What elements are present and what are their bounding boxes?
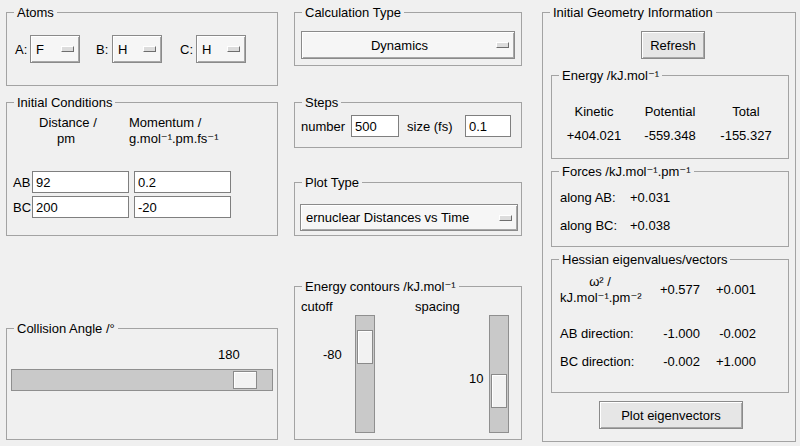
initial-conditions-title: Initial Conditions xyxy=(14,95,115,110)
energy-subgroup-title: Energy /kJ.mol⁻¹ xyxy=(559,68,662,83)
energy-value-total: -155.327 xyxy=(708,128,784,143)
plot-type-title: Plot Type xyxy=(302,175,362,190)
atom-c-dropdown[interactable]: H xyxy=(196,35,246,63)
geometry-info-group: Initial Geometry Information Refresh Ene… xyxy=(542,12,796,442)
bc-direction-label: BC direction: xyxy=(560,354,634,369)
calculation-type-value: Dynamics xyxy=(307,38,492,53)
forces-subgroup: Forces /kJ.mol⁻¹.pm⁻¹ along AB: +0.031 a… xyxy=(551,171,789,247)
collision-angle-value: 180 xyxy=(218,347,240,362)
forces-subgroup-title: Forces /kJ.mol⁻¹.pm⁻¹ xyxy=(559,164,694,179)
ab-direction-value-1: -1.000 xyxy=(648,326,700,341)
omega-value-1: +0.577 xyxy=(648,282,700,297)
energy-headers-row: Kinetic Potential Total xyxy=(556,104,784,119)
atom-a-label: A: xyxy=(15,42,27,57)
momentum-header-line1: Momentum / xyxy=(129,115,201,130)
steps-group: Steps number size (fs) xyxy=(294,102,522,148)
distance-header-line2: pm xyxy=(57,131,75,146)
atom-a-value: F xyxy=(36,42,57,57)
ab-direction-label: AB direction: xyxy=(560,326,634,341)
spacing-slider-thumb[interactable] xyxy=(491,374,507,408)
ab-direction-value-2: -0.002 xyxy=(704,326,756,341)
row-bc-label: BC xyxy=(13,200,31,215)
cutoff-slider[interactable] xyxy=(355,315,375,433)
force-bc-label: along BC: xyxy=(560,218,617,233)
calculation-type-group: Calculation Type Dynamics xyxy=(294,12,522,66)
energy-header-kinetic: Kinetic xyxy=(556,104,632,119)
atom-b-value: H xyxy=(118,42,139,57)
dropdown-indicator-icon xyxy=(227,46,240,52)
bc-direction-value-2: +1.000 xyxy=(704,354,756,369)
atom-c-value: H xyxy=(202,42,223,57)
atom-c-label: C: xyxy=(180,42,193,57)
omega-value-2: +0.001 xyxy=(704,282,756,297)
collision-angle-group: Collision Angle /° 180 xyxy=(6,328,278,440)
plot-type-group: Plot Type ernuclear Distances vs Time xyxy=(294,182,522,236)
bc-distance-input[interactable] xyxy=(32,196,129,218)
spacing-label: spacing xyxy=(415,299,460,314)
cutoff-slider-thumb[interactable] xyxy=(357,330,373,364)
plot-eigenvectors-button[interactable]: Plot eigenvectors xyxy=(599,401,743,429)
ab-distance-input[interactable] xyxy=(32,171,129,193)
bc-direction-value-1: -0.002 xyxy=(648,354,700,369)
atom-b-label: B: xyxy=(96,42,108,57)
energy-header-total: Total xyxy=(708,104,784,119)
distance-header-line1: Distance / xyxy=(39,115,97,130)
cutoff-label: cutoff xyxy=(301,299,333,314)
ab-momentum-input[interactable] xyxy=(134,171,231,193)
row-ab-label: AB xyxy=(13,175,30,190)
dropdown-indicator-icon xyxy=(143,46,156,52)
hessian-subgroup-title: Hessian eigenvalues/vectors xyxy=(559,252,730,267)
steps-number-label: number xyxy=(301,119,345,134)
atom-b-dropdown[interactable]: H xyxy=(112,35,162,63)
force-bc-value: +0.038 xyxy=(630,218,670,233)
initial-conditions-group: Initial Conditions Distance / pm Momentu… xyxy=(6,102,278,236)
steps-number-input[interactable] xyxy=(351,115,399,137)
collision-angle-slider-thumb[interactable] xyxy=(233,371,257,389)
energy-value-kinetic: +404.021 xyxy=(556,128,632,143)
cutoff-value: -80 xyxy=(323,347,342,362)
collision-angle-title: Collision Angle /° xyxy=(14,321,118,336)
geometry-info-title: Initial Geometry Information xyxy=(550,5,716,20)
bc-momentum-input[interactable] xyxy=(134,196,231,218)
force-ab-label: along AB: xyxy=(560,190,616,205)
momentum-header-line2: g.mol⁻¹.pm.fs⁻¹ xyxy=(129,131,219,146)
dropdown-indicator-icon xyxy=(499,215,512,221)
steps-size-input[interactable] xyxy=(465,115,511,137)
refresh-button[interactable]: Refresh xyxy=(641,31,705,59)
omega-label-line1: ω² / xyxy=(560,274,640,289)
calculation-type-title: Calculation Type xyxy=(302,5,404,20)
omega-label-line2: kJ.mol⁻¹.pm⁻² xyxy=(560,290,642,305)
dropdown-indicator-icon xyxy=(61,46,74,52)
atom-a-dropdown[interactable]: F xyxy=(30,35,80,63)
energy-contours-group: Energy contours /kJ.mol⁻¹ cutoff spacing… xyxy=(294,286,522,440)
atoms-group: Atoms A: F B: H C: H xyxy=(6,12,278,86)
plot-type-value: ernuclear Distances vs Time xyxy=(306,210,495,225)
hessian-subgroup: Hessian eigenvalues/vectors ω² / kJ.mol⁻… xyxy=(551,259,789,393)
atoms-group-title: Atoms xyxy=(14,5,57,20)
steps-size-label: size (fs) xyxy=(407,119,453,134)
force-ab-value: +0.031 xyxy=(630,190,670,205)
energy-values-row: +404.021 -559.348 -155.327 xyxy=(556,128,784,143)
calculation-type-dropdown[interactable]: Dynamics xyxy=(301,31,515,59)
energy-subgroup: Energy /kJ.mol⁻¹ Kinetic Potential Total… xyxy=(551,75,789,159)
energy-contours-title: Energy contours /kJ.mol⁻¹ xyxy=(302,279,459,294)
dropdown-indicator-icon xyxy=(496,42,509,48)
app-window: { "atoms": { "title": "Atoms", "a_label"… xyxy=(0,0,800,446)
collision-angle-slider[interactable] xyxy=(11,369,273,391)
steps-title: Steps xyxy=(302,95,341,110)
spacing-slider[interactable] xyxy=(489,315,509,433)
plot-type-dropdown[interactable]: ernuclear Distances vs Time xyxy=(300,204,518,231)
spacing-value: 10 xyxy=(469,371,483,386)
energy-header-potential: Potential xyxy=(632,104,708,119)
energy-value-potential: -559.348 xyxy=(632,128,708,143)
